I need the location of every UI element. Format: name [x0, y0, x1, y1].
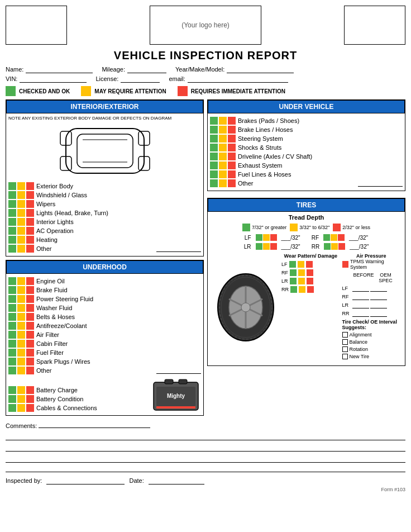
uv-sq-r-1[interactable]: [228, 126, 236, 134]
uv-sq-r-7[interactable]: [228, 179, 236, 187]
uv-sq-r-6[interactable]: [228, 170, 236, 178]
email-input[interactable]: [188, 75, 288, 83]
int-ext-sq-g-2[interactable]: [8, 200, 16, 208]
uv-sq-g-3[interactable]: [210, 144, 218, 151]
air-lr-before[interactable]: [352, 302, 369, 308]
uv-sq-y-4[interactable]: [219, 153, 227, 160]
name-input[interactable]: [26, 65, 93, 73]
uh-sq-r-9[interactable]: [26, 358, 34, 365]
batt-sq-g-1[interactable]: [8, 395, 16, 403]
batt-sq-y-2[interactable]: [17, 404, 25, 412]
uv-sq-r-2[interactable]: [228, 135, 236, 142]
comment-line-1[interactable]: [6, 431, 405, 440]
uh-sq-r-2[interactable]: [26, 295, 34, 303]
air-lr-oem[interactable]: [370, 302, 387, 308]
uv-sq-y-0[interactable]: [219, 117, 227, 125]
uv-sq-y-2[interactable]: [219, 135, 227, 142]
uv-other-input[interactable]: [358, 180, 403, 187]
int-ext-sq-g-4[interactable]: [8, 218, 16, 226]
uh-sq-r-6[interactable]: [26, 331, 34, 339]
int-ext-sq-r-4[interactable]: [26, 218, 34, 226]
int-ext-sq-g-0[interactable]: [8, 182, 16, 190]
int-ext-sq-y-7[interactable]: [17, 245, 25, 253]
int-ext-sq-r-6[interactable]: [26, 236, 34, 244]
batt-sq-y-0[interactable]: [17, 386, 25, 394]
uh-sq-r-3[interactable]: [26, 304, 34, 312]
uh-sq-y-5[interactable]: [17, 322, 25, 330]
int-ext-sq-r-1[interactable]: [26, 191, 34, 199]
uh-sq-y-0[interactable]: [17, 277, 25, 285]
air-rf-oem[interactable]: [370, 293, 387, 300]
air-rf-before[interactable]: [352, 293, 369, 300]
int-ext-sq-y-5[interactable]: [17, 227, 25, 235]
uh-sq-g-3[interactable]: [8, 304, 16, 312]
uh-sq-r-0[interactable]: [26, 277, 34, 285]
batt-sq-y-1[interactable]: [17, 395, 25, 403]
int-ext-sq-g-7[interactable]: [8, 245, 16, 253]
uv-sq-g-6[interactable]: [210, 170, 218, 178]
uh-sq-g-0[interactable]: [8, 277, 16, 285]
uv-sq-g-2[interactable]: [210, 135, 218, 142]
int-ext-sq-r-5[interactable]: [26, 227, 34, 235]
uv-sq-g-7[interactable]: [210, 179, 218, 187]
uh-sq-g-6[interactable]: [8, 331, 16, 339]
comment-line-3[interactable]: [6, 454, 405, 463]
uh-sq-g-5[interactable]: [8, 322, 16, 330]
uh-sq-y-4[interactable]: [17, 313, 25, 321]
uh-sq-g-1[interactable]: [8, 286, 16, 294]
air-rr-oem[interactable]: [370, 310, 387, 317]
uh-sq-y-10[interactable]: [17, 367, 25, 374]
uv-sq-g-4[interactable]: [210, 153, 218, 160]
int-ext-sq-r-2[interactable]: [26, 200, 34, 208]
comment-line-2[interactable]: [6, 443, 405, 452]
int-ext-sq-r-0[interactable]: [26, 182, 34, 190]
uh-sq-r-10[interactable]: [26, 367, 34, 374]
int-ext-other-input[interactable]: [156, 245, 201, 252]
uh-sq-g-10[interactable]: [8, 367, 16, 374]
date-input[interactable]: [149, 477, 204, 484]
uv-sq-r-0[interactable]: [228, 117, 236, 125]
comments-first-line[interactable]: [39, 420, 150, 428]
int-ext-sq-y-1[interactable]: [17, 191, 25, 199]
int-ext-sq-y-0[interactable]: [17, 182, 25, 190]
uh-sq-r-4[interactable]: [26, 313, 34, 321]
license-input[interactable]: [121, 75, 160, 83]
ymm-input[interactable]: [227, 65, 294, 73]
int-ext-sq-g-5[interactable]: [8, 227, 16, 235]
batt-sq-r-1[interactable]: [26, 395, 34, 403]
uh-sq-g-8[interactable]: [8, 349, 16, 357]
uh-sq-y-7[interactable]: [17, 340, 25, 348]
batt-sq-r-0[interactable]: [26, 386, 34, 394]
uh-sq-y-3[interactable]: [17, 304, 25, 312]
uv-sq-y-1[interactable]: [219, 126, 227, 134]
int-ext-sq-g-3[interactable]: [8, 209, 16, 217]
tire-check-cb-2[interactable]: [342, 346, 348, 352]
uh-sq-y-9[interactable]: [17, 358, 25, 365]
uh-sq-r-5[interactable]: [26, 322, 34, 330]
air-lf-before[interactable]: [352, 285, 369, 292]
tire-check-cb-3[interactable]: [342, 354, 348, 359]
uv-sq-y-7[interactable]: [219, 179, 227, 187]
uh-sq-g-9[interactable]: [8, 358, 16, 365]
uh-sq-r-8[interactable]: [26, 349, 34, 357]
vin-input[interactable]: [20, 75, 87, 83]
tire-check-cb-1[interactable]: [342, 339, 348, 345]
uv-sq-g-5[interactable]: [210, 162, 218, 169]
inspected-by-input[interactable]: [46, 477, 125, 484]
air-rr-before[interactable]: [352, 310, 369, 317]
uv-sq-r-4[interactable]: [228, 153, 236, 160]
int-ext-sq-r-7[interactable]: [26, 245, 34, 253]
uh-sq-g-4[interactable]: [8, 313, 16, 321]
uv-sq-r-3[interactable]: [228, 144, 236, 151]
uh-sq-r-7[interactable]: [26, 340, 34, 348]
uh-sq-r-1[interactable]: [26, 286, 34, 294]
uv-sq-y-6[interactable]: [219, 170, 227, 178]
batt-sq-r-2[interactable]: [26, 404, 34, 412]
uv-sq-g-1[interactable]: [210, 126, 218, 134]
int-ext-sq-y-4[interactable]: [17, 218, 25, 226]
int-ext-sq-y-6[interactable]: [17, 236, 25, 244]
int-ext-sq-g-1[interactable]: [8, 191, 16, 199]
uh-sq-y-6[interactable]: [17, 331, 25, 339]
uv-sq-y-3[interactable]: [219, 144, 227, 151]
mileage-input[interactable]: [127, 65, 166, 73]
